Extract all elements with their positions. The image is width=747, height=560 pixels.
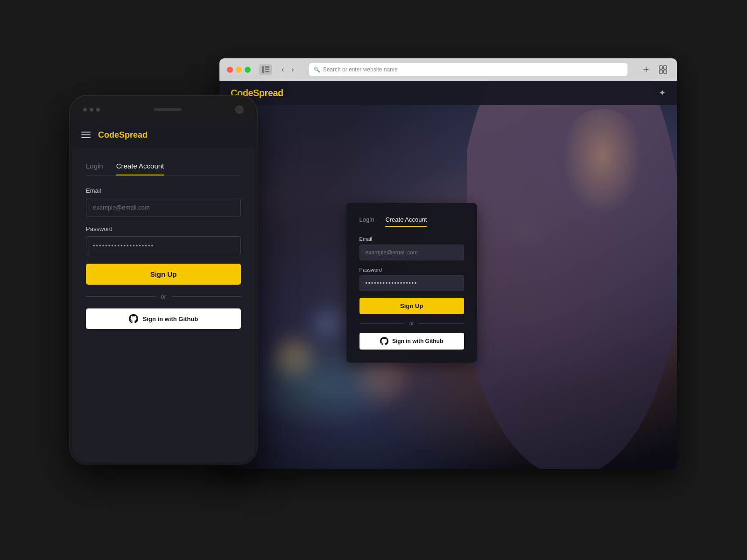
browser-divider-or: or: [409, 321, 414, 326]
phone-password-label: Password: [86, 225, 241, 232]
phone-front-camera: [235, 105, 244, 114]
browser-divider: or: [359, 321, 464, 326]
github-icon: [380, 337, 388, 345]
phone-github-label: Sign in with Github: [143, 315, 198, 322]
phone-content: Login Create Account Email Password Sign…: [72, 148, 255, 338]
scene: ‹ › 🔍 Search or enter website name +: [70, 58, 677, 502]
browser-email-label: Email: [359, 236, 464, 242]
browser-github-button[interactable]: Sign in with Github: [359, 333, 464, 350]
browser-github-label: Sign in with Github: [392, 338, 443, 344]
phone-speaker: [154, 108, 182, 111]
browser-login-card: Login Create Account Email Password Sign…: [346, 203, 477, 363]
search-icon: 🔍: [314, 67, 320, 73]
browser-navbar: CodeSpread ✦: [219, 81, 677, 105]
browser-content: CodeSpread ✦ Login Create Account Email …: [219, 81, 677, 469]
browser-password-label: Password: [359, 267, 464, 273]
browser-window: ‹ › 🔍 Search or enter website name +: [219, 58, 677, 469]
phone-screen: CodeSpread Login Create Account Email Pa…: [72, 122, 255, 462]
address-bar[interactable]: 🔍 Search or enter website name: [309, 63, 627, 76]
traffic-lights: [227, 67, 251, 73]
svg-rect-7: [663, 70, 667, 73]
bokeh-2: [313, 310, 341, 338]
phone-device: CodeSpread Login Create Account Email Pa…: [70, 96, 257, 464]
tab-overview-button[interactable]: [656, 63, 669, 76]
phone-email-input[interactable]: [86, 198, 241, 217]
phone-card-tabs: Login Create Account: [86, 162, 241, 176]
hamburger-line-2: [81, 134, 91, 135]
svg-rect-3: [265, 71, 269, 72]
phone-camera-sensors: [83, 108, 100, 112]
svg-rect-2: [265, 69, 269, 70]
minimize-button[interactable]: [236, 67, 242, 73]
svg-rect-6: [659, 70, 662, 73]
phone-sensor-1: [83, 108, 87, 112]
phone-sensor-3: [96, 108, 100, 112]
browser-actions: +: [640, 63, 669, 76]
hamburger-menu-button[interactable]: [81, 132, 91, 138]
phone-brand-spread: Spread: [119, 130, 148, 140]
phone-inner: CodeSpread Login Create Account Email Pa…: [72, 98, 255, 462]
browser-tab-create[interactable]: Create Account: [385, 216, 427, 227]
address-text: Search or enter website name: [323, 66, 398, 73]
browser-chrome: ‹ › 🔍 Search or enter website name +: [219, 58, 677, 81]
phone-github-button[interactable]: Sign in with Github: [86, 308, 241, 329]
sidebar-toggle-button[interactable]: [259, 64, 272, 75]
browser-card-tabs: Login Create Account: [359, 216, 464, 227]
browser-divider-line-right: [418, 323, 464, 324]
phone-email-label: Email: [86, 187, 241, 194]
nav-buttons: ‹ ›: [279, 64, 297, 75]
phone-password-input[interactable]: [86, 236, 241, 255]
face-highlight: [556, 109, 649, 225]
phone-sensor-2: [90, 108, 93, 112]
browser-email-input[interactable]: [359, 245, 464, 260]
phone-divider-line-left: [86, 296, 155, 297]
svg-rect-0: [262, 66, 264, 73]
phone-camera-circle: [235, 105, 244, 114]
close-button[interactable]: [227, 67, 233, 73]
phone-brand-code: Code: [98, 130, 119, 140]
svg-rect-5: [663, 66, 667, 69]
phone-divider: or: [86, 293, 241, 300]
phone-brand: CodeSpread: [98, 130, 148, 140]
back-button[interactable]: ‹: [279, 64, 287, 75]
phone-github-icon: [129, 314, 138, 323]
svg-rect-4: [659, 66, 662, 69]
phone-divider-or: or: [161, 293, 166, 300]
phone-tab-login[interactable]: Login: [86, 162, 103, 175]
phone-tab-create[interactable]: Create Account: [116, 162, 164, 175]
browser-signup-button[interactable]: Sign Up: [359, 298, 464, 314]
theme-toggle-button[interactable]: ✦: [659, 88, 666, 98]
phone-divider-line-right: [172, 296, 241, 297]
new-tab-button[interactable]: +: [640, 63, 653, 76]
phone-navbar: CodeSpread: [72, 122, 255, 148]
brand-spread: Spread: [253, 88, 283, 98]
browser-divider-line-left: [359, 323, 405, 324]
hamburger-line-3: [81, 137, 91, 138]
svg-rect-1: [265, 66, 269, 68]
forward-button[interactable]: ›: [289, 64, 296, 75]
browser-tab-login[interactable]: Login: [359, 216, 374, 227]
phone-signup-button[interactable]: Sign Up: [86, 264, 241, 285]
maximize-button[interactable]: [245, 67, 251, 73]
browser-password-input[interactable]: [359, 275, 464, 291]
hamburger-line-1: [81, 132, 91, 133]
phone-status-bar: [72, 98, 255, 122]
